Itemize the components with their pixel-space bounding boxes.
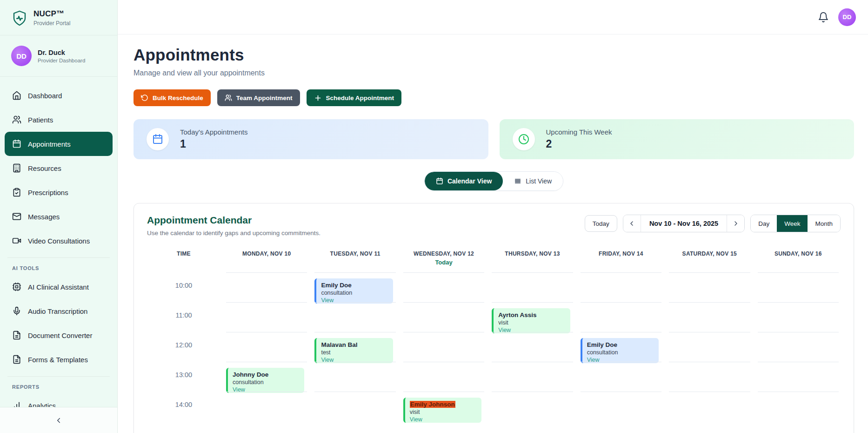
sidebar-item-forms-templates[interactable]: Forms & Templates: [5, 347, 113, 372]
calendar-cell[interactable]: Emily Doe consultation View: [314, 272, 395, 304]
sidebar-item-audio-transcription[interactable]: Audio Transcription: [5, 299, 113, 323]
calendar-cell[interactable]: Emily Johnson visit View: [403, 392, 484, 423]
calendar-cell[interactable]: [226, 332, 307, 363]
calendar-cell[interactable]: [403, 362, 484, 393]
calendar-cell[interactable]: [669, 332, 750, 363]
calendar-cell[interactable]: [581, 392, 661, 423]
event-type: consultation: [587, 349, 654, 356]
time-label: 13:00: [149, 362, 219, 393]
appointment-event[interactable]: Malavan Bal test View: [314, 338, 393, 363]
calendar-cell[interactable]: [758, 332, 839, 363]
calendar-cell[interactable]: [492, 332, 573, 363]
calendar-cell[interactable]: [581, 302, 661, 333]
calendar-cell[interactable]: [581, 362, 661, 393]
sidebar-item-document-converter[interactable]: Document Converter: [5, 323, 113, 347]
time-column-header: TIME: [149, 250, 219, 272]
time-label: 12:00: [149, 332, 219, 363]
rotate-ccw-icon: [141, 94, 148, 101]
calendar-cell[interactable]: [226, 392, 307, 423]
calendar-cell[interactable]: Emily Doe consultation View: [581, 332, 661, 363]
sidebar-item-patients[interactable]: Patients: [5, 108, 113, 132]
sidebar-item-label: Patients: [28, 116, 53, 124]
date-range-navigator: Nov 10 - Nov 16, 2025: [623, 215, 745, 232]
calendar-cell[interactable]: [226, 272, 307, 304]
appointment-event[interactable]: Johnny Doe consultation View: [226, 368, 304, 393]
day-column-header-today: WEDNESDAY, NOV 12Today: [403, 250, 484, 272]
stats-row: Today's Appointments 1 Upcoming This Wee…: [134, 119, 854, 159]
calendar-cell[interactable]: [403, 302, 484, 333]
calendar-cell[interactable]: Malavan Bal test View: [314, 332, 395, 363]
calendar-cell[interactable]: [758, 272, 839, 304]
page-content: Appointments Manage and view all your ap…: [118, 34, 868, 433]
sidebar-item-label: AI Clinical Assistant: [28, 283, 89, 291]
stat-value: 2: [546, 138, 612, 150]
search-highlight: Emily Johnson: [410, 401, 455, 408]
calendar-cell[interactable]: [492, 272, 573, 304]
home-icon: [12, 91, 21, 100]
day-column-header: SUNDAY, NOV 16: [758, 250, 839, 272]
team-appointment-button[interactable]: Team Appointment: [217, 89, 300, 106]
sidebar-nav: Dashboard Patients Appointments Resource…: [0, 77, 117, 407]
calendar-cell[interactable]: [669, 392, 750, 423]
bulk-reschedule-button[interactable]: Bulk Reschedule: [134, 89, 211, 106]
day-view-button[interactable]: Day: [751, 215, 777, 232]
sidebar-item-video-consultations[interactable]: Video Consultations: [5, 229, 113, 253]
today-button[interactable]: Today: [585, 215, 617, 232]
clock-stat-icon: [513, 128, 535, 150]
day-column-header: MONDAY, NOV 10: [226, 250, 307, 272]
header-avatar[interactable]: DD: [838, 8, 856, 26]
calendar-cell[interactable]: [669, 362, 750, 393]
calendar-grid: TIME MONDAY, NOV 10 TUESDAY, NOV 11 WEDN…: [147, 250, 841, 421]
calendar-cell[interactable]: [758, 362, 839, 393]
calendar-cell[interactable]: Ayrton Assis visit View: [492, 302, 573, 333]
bar-chart-icon: [12, 401, 21, 407]
appointment-event[interactable]: Emily Doe consultation View: [581, 338, 659, 363]
week-view-button[interactable]: Week: [777, 215, 808, 232]
calendar-cell[interactable]: [403, 272, 484, 304]
calendar-cell[interactable]: [669, 302, 750, 333]
calendar-cell[interactable]: [403, 332, 484, 363]
appointment-event-highlighted[interactable]: Emily Johnson visit View: [403, 398, 481, 423]
day-column-header: FRIDAY, NOV 14: [581, 250, 661, 272]
calendar-view-tab[interactable]: Calendar View: [425, 172, 503, 190]
sidebar-footer: [0, 407, 117, 433]
list-icon: [514, 177, 521, 185]
month-view-button[interactable]: Month: [808, 215, 840, 232]
bulk-reschedule-label: Bulk Reschedule: [153, 95, 203, 101]
list-view-tab[interactable]: List View: [503, 172, 563, 190]
sidebar-item-label: Audio Transcription: [28, 307, 87, 315]
sidebar-item-prescriptions[interactable]: Prescriptions: [5, 180, 113, 204]
sidebar-item-analytics[interactable]: Analytics: [5, 393, 113, 407]
schedule-appointment-button[interactable]: Schedule Appointment: [307, 89, 402, 106]
calendar-view-switcher: Day Week Month: [750, 215, 841, 232]
appointment-event[interactable]: Ayrton Assis visit View: [492, 308, 570, 333]
notifications-bell-icon[interactable]: [818, 12, 829, 23]
calendar-cell[interactable]: [314, 302, 395, 333]
event-view-link[interactable]: View: [410, 416, 477, 423]
calendar-row-14: 14:00 Emily Johnson visit View: [147, 392, 841, 421]
calendar-cell[interactable]: [581, 272, 661, 304]
previous-week-button[interactable]: [623, 215, 641, 232]
calendar-cell[interactable]: [226, 302, 307, 333]
sidebar-item-dashboard[interactable]: Dashboard: [5, 83, 113, 108]
sidebar-item-appointments[interactable]: Appointments: [5, 132, 113, 156]
sidebar-item-messages[interactable]: Messages: [5, 204, 113, 229]
sidebar-item-resources[interactable]: Resources: [5, 156, 113, 180]
sidebar-item-label: Analytics: [28, 402, 56, 407]
calendar-cell[interactable]: [758, 302, 839, 333]
time-label: 11:00: [149, 302, 219, 333]
calendar-cell[interactable]: [669, 272, 750, 304]
appointment-event[interactable]: Emily Doe consultation View: [314, 278, 393, 304]
stat-label: Today's Appointments: [180, 128, 247, 136]
sidebar-item-ai-clinical-assistant[interactable]: AI Clinical Assistant: [5, 275, 113, 299]
next-week-button[interactable]: [727, 215, 744, 232]
calendar-cell[interactable]: [492, 362, 573, 393]
calendar-cell[interactable]: [314, 392, 395, 423]
action-buttons-row: Bulk Reschedule Team Appointment Schedul…: [134, 89, 854, 106]
calendar-cell[interactable]: [314, 362, 395, 393]
calendar-view-label: Calendar View: [447, 177, 492, 185]
calendar-cell[interactable]: [492, 392, 573, 423]
calendar-cell[interactable]: [758, 392, 839, 423]
calendar-cell[interactable]: Johnny Doe consultation View: [226, 362, 307, 393]
collapse-sidebar-button[interactable]: [52, 413, 66, 427]
